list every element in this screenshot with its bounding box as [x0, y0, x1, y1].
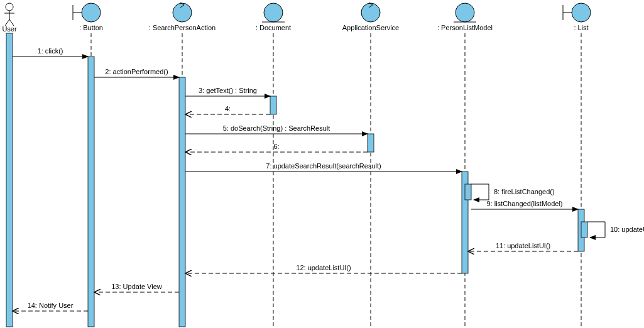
message-12: 12: updateListUI(): [185, 264, 462, 273]
svg-text:: Button: : Button: [79, 24, 103, 31]
svg-text:User: User: [2, 25, 17, 33]
svg-text:3: getText() : String: 3: getText() : String: [199, 87, 257, 94]
svg-text:14: Notify User: 14: Notify User: [28, 302, 74, 309]
svg-point-6: [82, 3, 101, 22]
message-6: 6:: [185, 143, 368, 152]
message-1: 1: click(): [13, 47, 88, 57]
svg-point-12: [264, 3, 283, 22]
svg-text:6:: 6:: [273, 143, 279, 150]
svg-text:: PersonListModel: : PersonListModel: [437, 24, 493, 31]
message-3: 3: getText() : String: [185, 87, 270, 96]
activation-list: [581, 222, 587, 238]
message-14: 14: Notify User: [13, 302, 88, 311]
svg-text:8: fireListChanged(): 8: fireListChanged(): [494, 188, 555, 195]
svg-text:ApplicationService: ApplicationService: [342, 24, 400, 31]
svg-text:7: updateSearchResult(searchRe: 7: updateSearchResult(searchResult): [266, 162, 381, 170]
svg-text:1: click(): 1: click(): [38, 47, 63, 55]
activation-model: [465, 184, 471, 200]
message-11: 11: updateListUI(): [468, 242, 578, 251]
svg-text:11: updateListUI(): 11: updateListUI(): [496, 242, 550, 249]
message-10: 10: updateUI(): [587, 222, 644, 238]
message-4: 4:: [185, 105, 270, 114]
message-13: 13: Update View: [94, 283, 179, 292]
sequence-diagram: User: Button: SearchPersonAction: Docume…: [0, 0, 644, 328]
svg-point-17: [456, 3, 474, 22]
message-8: 8: fireListChanged(): [471, 184, 555, 200]
lifeline-head-list: : List: [563, 3, 591, 31]
svg-text:13: Update View: 13: Update View: [111, 283, 162, 290]
lifeline-head-action: : SearchPersonAction: [149, 3, 216, 31]
svg-text:10: updateUI(): 10: updateUI(): [610, 226, 644, 233]
svg-text:: SearchPersonAction: : SearchPersonAction: [149, 24, 216, 31]
svg-point-0: [6, 3, 13, 11]
svg-text:9: listChanged(listModel): 9: listChanged(listModel): [486, 200, 562, 207]
activation-user: [6, 33, 13, 327]
activation-document: [270, 96, 276, 114]
svg-text:: Document: : Document: [256, 24, 291, 31]
svg-text:12: updateListUI(): 12: updateListUI(): [296, 264, 351, 271]
lifeline-head-appsvc: ApplicationService: [342, 3, 400, 31]
lifeline-head-user: User: [2, 3, 17, 33]
svg-point-20: [572, 3, 591, 22]
activation-appsvc: [368, 134, 374, 152]
svg-text:5: doSearch(String) : SearchRe: 5: doSearch(String) : SearchResult: [223, 124, 330, 132]
svg-text:4:: 4:: [225, 105, 231, 112]
message-2: 2: actionPerformed(): [94, 68, 179, 77]
lifeline-head-model: : PersonListModel: [437, 3, 493, 31]
message-5: 5: doSearch(String) : SearchResult: [185, 124, 368, 134]
message-9: 9: listChanged(listModel): [471, 200, 578, 209]
svg-text:2: actionPerformed(): 2: actionPerformed(): [105, 68, 168, 75]
activation-action: [179, 77, 185, 327]
svg-text:: List: : List: [574, 24, 588, 31]
lifeline-head-document: : Document: [256, 3, 291, 31]
lifeline-head-button: : Button: [73, 3, 103, 31]
activation-button: [88, 57, 94, 327]
message-7: 7: updateSearchResult(searchResult): [185, 162, 462, 172]
